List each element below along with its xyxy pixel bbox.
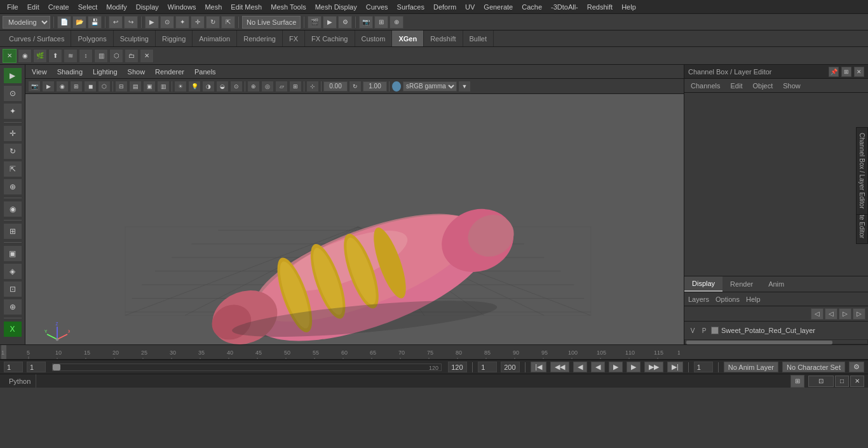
rp-pin-btn[interactable]: 📌 xyxy=(829,67,839,77)
vt-shade-btn[interactable]: ◼ xyxy=(84,81,97,92)
xgen-btn-9[interactable]: 🗀 xyxy=(125,49,139,63)
rp-close-btn[interactable]: ✕ xyxy=(854,67,864,77)
paint-tool[interactable]: ✦ xyxy=(3,103,22,119)
pb-play-back-btn[interactable]: ◀ xyxy=(591,362,605,372)
vp-menu-panels[interactable]: Panels xyxy=(192,68,219,76)
ch-tab-show[interactable]: Show xyxy=(779,82,804,90)
vt-rot-btn[interactable]: ↻ xyxy=(349,81,362,92)
isolate-tool[interactable]: ◈ xyxy=(3,263,22,280)
vt-sel-btn[interactable]: ⊕ xyxy=(247,81,260,92)
bottom-win1[interactable]: ⊡ xyxy=(808,376,834,387)
tab-redshift[interactable]: Redshift xyxy=(424,31,463,46)
menu-modify[interactable]: Modify xyxy=(102,0,131,13)
ch-tab-object[interactable]: Object xyxy=(749,82,776,90)
vp-menu-lighting[interactable]: Lighting xyxy=(90,68,120,76)
anim-end-field[interactable]: 200 xyxy=(501,362,520,372)
tab-polygons[interactable]: Polygons xyxy=(71,31,113,46)
lasso-tool-btn[interactable]: ⊙ xyxy=(160,16,174,29)
new-file-btn[interactable]: 📄 xyxy=(57,16,71,29)
pb-end-btn[interactable]: ▶| xyxy=(667,362,683,372)
current-frame-field[interactable]: 1 xyxy=(694,362,713,372)
menu-curves[interactable]: Curves xyxy=(362,0,393,13)
tab-rendering[interactable]: Rendering xyxy=(237,31,283,46)
menu-help[interactable]: Help xyxy=(617,0,641,13)
channel-box-tab[interactable]: Channel Box / Layer Editor xyxy=(856,127,868,215)
vt-render-btn[interactable]: ▶ xyxy=(42,81,55,92)
python-label[interactable]: Python xyxy=(4,374,36,388)
save-file-btn[interactable]: 💾 xyxy=(88,16,102,29)
timeline-ruler[interactable]: 1 5 10 15 20 25 30 35 40 45 50 xyxy=(0,345,868,360)
vt-light1-btn[interactable]: ☀ xyxy=(174,81,187,92)
snap-grid-tool[interactable]: ⊡ xyxy=(3,281,22,297)
rotate-tool-btn[interactable]: ↻ xyxy=(206,16,220,29)
tab-bullet[interactable]: Bullet xyxy=(463,31,494,46)
menu-mesh[interactable]: Mesh xyxy=(200,0,226,13)
vp-menu-renderer[interactable]: Renderer xyxy=(153,68,187,76)
xgen-btn-10[interactable]: ✕ xyxy=(140,49,154,63)
menu-3dtall[interactable]: -3DtoAll- xyxy=(546,0,583,13)
xgen-btn-6[interactable]: ↕ xyxy=(79,49,93,63)
undo-btn[interactable]: ↩ xyxy=(109,16,123,29)
vt-axis-btn[interactable]: ⊹ xyxy=(306,81,319,92)
vt-isolate-btn[interactable]: ◉ xyxy=(56,81,69,92)
tab-curves-surfaces[interactable]: Curves / Surfaces xyxy=(3,31,71,46)
layer-next-btn[interactable]: ▷ xyxy=(839,308,851,320)
char-set-settings-btn[interactable]: ⚙ xyxy=(849,362,864,372)
xgen-btn-8[interactable]: ⬡ xyxy=(109,49,123,63)
vt-cam-btn[interactable]: 📷 xyxy=(28,81,41,92)
pb-prev-btn[interactable]: ◀ xyxy=(573,362,587,372)
menu-mesh-display[interactable]: Mesh Display xyxy=(311,0,362,13)
ipr-btn[interactable]: ▶ xyxy=(323,16,337,29)
vt-shadow-btn[interactable]: ◑ xyxy=(202,81,215,92)
layer-tab-display[interactable]: Display xyxy=(684,276,722,292)
menu-mesh-tools[interactable]: Mesh Tools xyxy=(266,0,310,13)
tab-fx[interactable]: FX xyxy=(283,31,305,46)
tab-custom[interactable]: Custom xyxy=(355,31,393,46)
menu-display[interactable]: Display xyxy=(132,0,163,13)
snap-btn[interactable]: ⊕ xyxy=(390,16,403,29)
xray-tool[interactable]: X xyxy=(3,321,22,337)
scale-tool[interactable]: ⇱ xyxy=(3,161,22,177)
pb-play-btn[interactable]: ▶ xyxy=(609,362,623,372)
grid-btn[interactable]: ⊞ xyxy=(374,16,388,29)
xgen-btn-5[interactable]: ≋ xyxy=(64,49,78,63)
bottom-win3[interactable]: ✕ xyxy=(850,376,864,387)
layer-tab-anim[interactable]: Anim xyxy=(761,276,792,292)
xgen-btn-2[interactable]: ◉ xyxy=(18,49,32,63)
layer-row-main[interactable]: V P Sweet_Potato_Red_Cut_layer xyxy=(686,323,867,338)
soft-select-tool[interactable]: ◉ xyxy=(3,201,22,217)
layer-scroll-thumb[interactable] xyxy=(686,341,832,344)
menu-windows[interactable]: Windows xyxy=(163,0,201,13)
vt-colorspace-arrow[interactable]: ▼ xyxy=(458,81,471,92)
rect-select-tool[interactable]: ▣ xyxy=(3,245,22,262)
layer-submenu-layers[interactable]: Layers xyxy=(688,295,709,303)
move-tool[interactable]: ✛ xyxy=(3,125,22,142)
menu-file[interactable]: File xyxy=(3,0,23,13)
select-tool[interactable]: ▶ xyxy=(3,67,22,84)
colorspace-select[interactable]: sRGB gamma xyxy=(403,81,457,92)
workspace-select[interactable]: Modeling xyxy=(3,16,50,29)
vt-hud-btn[interactable]: ▤ xyxy=(129,81,142,92)
vp-menu-view[interactable]: View xyxy=(29,68,50,76)
scale-tool-btn[interactable]: ⇱ xyxy=(221,16,235,29)
rotation-input[interactable] xyxy=(323,81,348,92)
layer-submenu-help[interactable]: Help xyxy=(746,295,761,303)
menu-deform[interactable]: Deform xyxy=(429,0,461,13)
menu-edit-mesh[interactable]: Edit Mesh xyxy=(226,0,266,13)
snap-point-tool[interactable]: ⊕ xyxy=(3,299,22,315)
tab-xgen[interactable]: XGen xyxy=(392,31,424,46)
bottom-script-btn[interactable]: ⊞ xyxy=(790,375,804,388)
frame-start-field[interactable]: 1 xyxy=(4,362,23,372)
vt-3d-btn[interactable]: ▥ xyxy=(157,81,170,92)
menu-uv[interactable]: UV xyxy=(461,0,479,13)
menu-surfaces[interactable]: Surfaces xyxy=(393,0,429,13)
vt-uv-btn[interactable]: ⊞ xyxy=(289,81,302,92)
layer-tab-render[interactable]: Render xyxy=(722,276,761,292)
scale-input[interactable] xyxy=(363,81,387,92)
rp-expand-btn[interactable]: ⊞ xyxy=(841,67,851,77)
vt-crease-btn[interactable]: ▱ xyxy=(275,81,288,92)
vt-motion-btn[interactable]: ⊙ xyxy=(230,81,243,92)
menu-cache[interactable]: Cache xyxy=(517,0,546,13)
xgen-btn-4[interactable]: ⬆ xyxy=(48,49,62,63)
redo-btn[interactable]: ↪ xyxy=(124,16,138,29)
